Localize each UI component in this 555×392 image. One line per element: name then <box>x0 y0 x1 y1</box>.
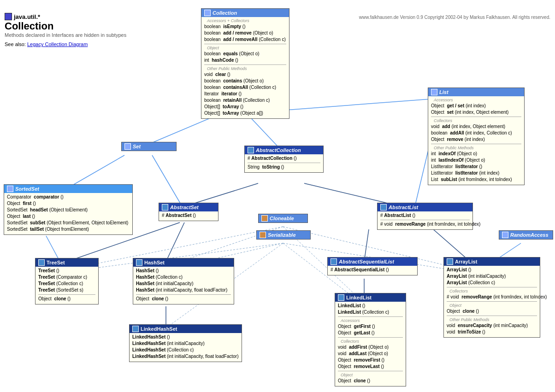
svg-line-2 <box>267 98 443 111</box>
set-icon <box>124 143 131 150</box>
abstractset-box: AbstractSet # AbstractSet () <box>159 203 218 221</box>
treeset-icon <box>38 259 45 266</box>
sortedset-box: SortedSet Comparator comparator () Objec… <box>4 184 133 235</box>
list-header: List <box>428 88 524 96</box>
linkedlist-body: LinkedList () LinkedList (Collection c) … <box>335 302 406 386</box>
treeset-body: TreeSet () TreeSet (Comparator c) TreeSe… <box>35 267 98 304</box>
treeset-header: TreeSet <box>35 258 98 267</box>
collection-box: Collection Accessors + Collectors boolea… <box>201 8 289 119</box>
abstractcollection-header: AbstractCollection <box>245 146 323 154</box>
page-package: java.util.* <box>14 13 40 20</box>
abstractsequentiallist-body: # AbstractSequentialList () <box>328 266 417 275</box>
set-box: Set <box>121 142 177 151</box>
list-icon <box>431 89 437 95</box>
hashset-header: HashSet <box>133 258 234 267</box>
page-main-title: Collection <box>5 20 126 32</box>
sortedset-header: SortedSet <box>4 185 132 193</box>
svg-line-9 <box>166 222 184 262</box>
abstractlist-box: AbstractList # AbstractList () # void re… <box>377 203 473 230</box>
abstractlist-body: # AbstractList () # void removeRange (in… <box>378 211 472 229</box>
legacy-diagram-link[interactable]: Legacy Collection Diagram <box>27 41 88 47</box>
linkedhashset-icon <box>132 326 139 332</box>
collection-header: Collection <box>201 9 289 17</box>
svg-line-5 <box>152 155 182 206</box>
cloneable-box: Cloneable <box>258 214 308 223</box>
arraylist-body: ArrayList () ArrayList (int initialCapac… <box>444 266 540 337</box>
abstractsequentiallist-box: AbstractSequentialList # AbstractSequent… <box>327 257 418 275</box>
abstractset-icon <box>162 204 168 211</box>
abstractset-body: # AbstractSet () <box>159 211 218 221</box>
randomaccess-header: RandomAccess <box>499 231 553 239</box>
see-also: See also: Legacy Collection Diagram <box>5 41 126 47</box>
arraylist-icon <box>447 258 453 265</box>
page-subtitle: Methods declared in Interfaces are hidde… <box>5 32 126 38</box>
linkedhashset-header: LinkedHashSet <box>130 325 242 333</box>
collection-icon <box>204 10 211 16</box>
linkedhashset-body: LinkedHashSet () LinkedHashSet (int init… <box>130 333 242 362</box>
collection-body: Accessors + Collectors boolean isEmpty (… <box>201 17 289 118</box>
hashset-icon <box>136 259 142 266</box>
sortedset-body: Comparator comparator () Object first ()… <box>4 193 132 234</box>
treeset-box: TreeSet TreeSet () TreeSet (Comparator c… <box>35 258 99 304</box>
serializable-header: Serializable <box>257 231 310 239</box>
page-title-area: java.util.* Collection Methods declared … <box>5 13 126 47</box>
linkedlist-box: LinkedList LinkedList () LinkedList (Col… <box>335 293 406 386</box>
abstractcollection-body: # AbstractCollection () String toString … <box>245 154 323 172</box>
abstractlist-icon <box>380 204 387 211</box>
copyright: www.falkhausen.de Version 0.9 Copyright … <box>359 15 550 20</box>
abstractcollection-icon <box>248 147 254 153</box>
serializable-icon <box>260 232 266 238</box>
page-icon <box>5 13 12 20</box>
sortedset-icon <box>7 186 13 192</box>
hashset-box: HashSet HashSet () HashSet (Collection c… <box>133 258 234 304</box>
abstractsequentiallist-header: AbstractSequentialList <box>328 257 417 266</box>
linkedlist-icon <box>338 294 344 301</box>
cloneable-header: Cloneable <box>259 214 307 222</box>
arraylist-header: ArrayList <box>444 257 540 266</box>
abstractsequentiallist-icon <box>331 258 337 265</box>
abstractcollection-box: AbstractCollection # AbstractCollection … <box>244 146 324 173</box>
abstractlist-header: AbstractList <box>378 203 472 211</box>
randomaccess-box: RandomAccess <box>499 230 553 240</box>
linkedhashset-box: LinkedHashSet LinkedHashSet () LinkedHas… <box>129 324 242 362</box>
arraylist-box: ArrayList ArrayList () ArrayList (int in… <box>443 257 540 338</box>
list-box: List Accessors Object get / set (int ind… <box>428 88 525 185</box>
randomaccess-icon <box>502 232 508 238</box>
set-header: Set <box>122 142 176 151</box>
hashset-body: HashSet () HashSet (Collection c) HashSe… <box>133 267 234 304</box>
linkedlist-header: LinkedList <box>335 293 406 302</box>
serializable-box: Serializable <box>256 230 311 240</box>
abstractset-header: AbstractSet <box>159 203 218 211</box>
list-body: Accessors Object get / set (int index) O… <box>428 96 524 185</box>
cloneable-icon <box>261 215 268 222</box>
